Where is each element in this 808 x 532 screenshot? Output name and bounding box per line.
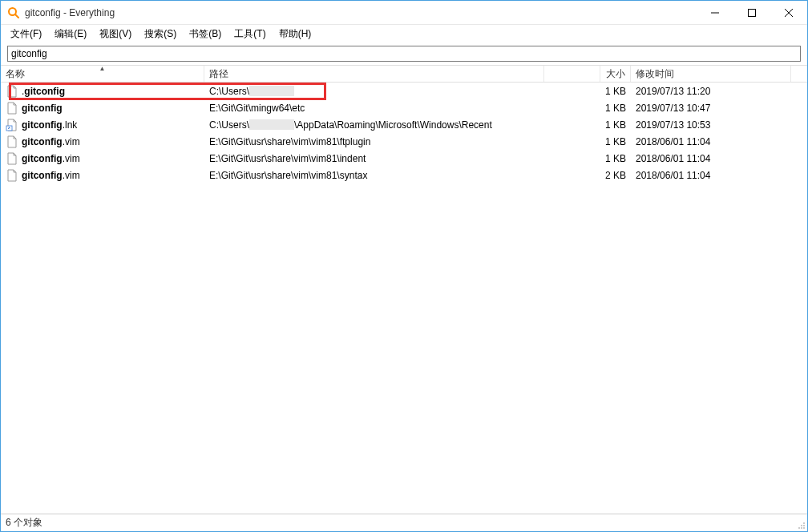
cell-size: 1 KB xyxy=(600,103,631,114)
menu-view[interactable]: 视图(V) xyxy=(93,26,138,42)
table-row[interactable]: gitconfig.vimE:\Git\Git\usr\share\vim\vi… xyxy=(1,133,807,150)
cell-path: C:\Users\\AppData\Roaming\Microsoft\Wind… xyxy=(204,119,544,131)
cell-date: 2019/07/13 10:53 xyxy=(631,119,791,131)
app-icon xyxy=(7,6,20,19)
svg-line-1 xyxy=(15,14,18,18)
cell-path: E:\Git\Git\usr\share\vim\vim81\syntax xyxy=(204,170,544,181)
file-icon xyxy=(6,169,18,182)
cell-size: 1 KB xyxy=(600,153,631,164)
file-name: gitconfig xyxy=(22,103,63,114)
table-row[interactable]: gitconfigE:\Git\Git\mingw64\etc1 KB2019/… xyxy=(1,99,807,116)
column-name-label: 名称 xyxy=(6,67,25,81)
menu-search[interactable]: 搜索(S) xyxy=(138,26,183,42)
cell-size: 1 KB xyxy=(600,86,631,97)
svg-point-9 xyxy=(798,527,800,529)
titlebar: gitconfig - Everything xyxy=(1,1,807,25)
column-header: 名称 ▲ 路径 大小 修改时间 xyxy=(1,65,807,83)
table-row[interactable]: .gitconfigC:\Users\1 KB2019/07/13 11:20 xyxy=(1,83,807,99)
column-date[interactable]: 修改时间 xyxy=(631,66,791,82)
cell-date: 2018/06/01 11:04 xyxy=(631,153,791,164)
file-icon xyxy=(6,152,18,165)
resize-grip[interactable] xyxy=(796,520,806,530)
cell-date: 2019/07/13 11:20 xyxy=(631,86,791,97)
cell-name: gitconfig xyxy=(1,102,204,115)
svg-rect-3 xyxy=(749,9,756,16)
file-icon xyxy=(6,135,18,148)
cell-size: 1 KB xyxy=(600,119,631,131)
file-name: .gitconfig xyxy=(22,86,65,97)
cell-size: 1 KB xyxy=(600,136,631,147)
minimize-button[interactable] xyxy=(697,1,733,24)
search-bar xyxy=(7,46,801,62)
column-size-label: 大小 xyxy=(606,67,625,81)
file-name: gitconfig.vim xyxy=(22,153,80,164)
shortcut-file-icon xyxy=(6,119,18,131)
column-size[interactable]: 大小 xyxy=(600,66,631,82)
svg-point-12 xyxy=(803,522,805,524)
window-title: gitconfig - Everything xyxy=(25,7,697,18)
file-name: gitconfig.vim xyxy=(22,170,80,181)
column-path-label: 路径 xyxy=(209,67,228,81)
cell-name: .gitconfig xyxy=(1,85,204,98)
maximize-button[interactable] xyxy=(733,1,770,24)
cell-date: 2018/06/01 11:04 xyxy=(631,170,791,181)
column-date-label: 修改时间 xyxy=(636,67,674,81)
cell-path: E:\Git\Git\usr\share\vim\vim81\indent xyxy=(204,153,544,164)
table-row[interactable]: gitconfig.vimE:\Git\Git\usr\share\vim\vi… xyxy=(1,167,807,183)
sort-ascending-icon: ▲ xyxy=(99,65,106,72)
menu-file[interactable]: 文件(F) xyxy=(4,26,48,42)
status-text: 6 个对象 xyxy=(6,516,42,530)
cell-path: E:\Git\Git\usr\share\vim\vim81\ftplugin xyxy=(204,136,544,147)
cell-date: 2019/07/13 10:47 xyxy=(631,103,791,114)
file-name: gitconfig.vim xyxy=(22,136,80,147)
column-gap[interactable] xyxy=(544,66,600,82)
menu-help[interactable]: 帮助(H) xyxy=(273,26,318,42)
file-icon xyxy=(6,85,18,98)
svg-point-7 xyxy=(803,527,805,529)
svg-point-11 xyxy=(801,525,802,526)
cell-path: E:\Git\Git\mingw64\etc xyxy=(204,103,544,114)
menu-bookmarks[interactable]: 书签(B) xyxy=(183,26,228,42)
file-icon xyxy=(6,102,18,115)
cell-path: C:\Users\ xyxy=(204,86,544,97)
table-row[interactable]: gitconfig.lnkC:\Users\\AppData\Roaming\M… xyxy=(1,116,807,133)
column-name[interactable]: 名称 ▲ xyxy=(1,66,204,82)
search-input[interactable] xyxy=(7,46,801,62)
cell-name: gitconfig.lnk xyxy=(1,119,204,131)
cell-name: gitconfig.vim xyxy=(1,135,204,148)
results-list[interactable]: .gitconfigC:\Users\1 KB2019/07/13 11:20g… xyxy=(1,83,807,514)
svg-point-10 xyxy=(803,525,805,526)
table-row[interactable]: gitconfig.vimE:\Git\Git\usr\share\vim\vi… xyxy=(1,150,807,167)
column-path[interactable]: 路径 xyxy=(204,66,544,82)
menu-edit[interactable]: 编辑(E) xyxy=(48,26,93,42)
status-bar: 6 个对象 xyxy=(1,514,807,531)
close-button[interactable] xyxy=(770,1,807,24)
cell-size: 2 KB xyxy=(600,170,631,181)
menubar: 文件(F) 编辑(E) 视图(V) 搜索(S) 书签(B) 工具(T) 帮助(H… xyxy=(1,25,807,42)
svg-point-8 xyxy=(801,527,802,529)
cell-date: 2018/06/01 11:04 xyxy=(631,136,791,147)
file-name: gitconfig.lnk xyxy=(22,119,77,131)
cell-name: gitconfig.vim xyxy=(1,169,204,182)
cell-name: gitconfig.vim xyxy=(1,152,204,165)
menu-tools[interactable]: 工具(T) xyxy=(228,26,272,42)
